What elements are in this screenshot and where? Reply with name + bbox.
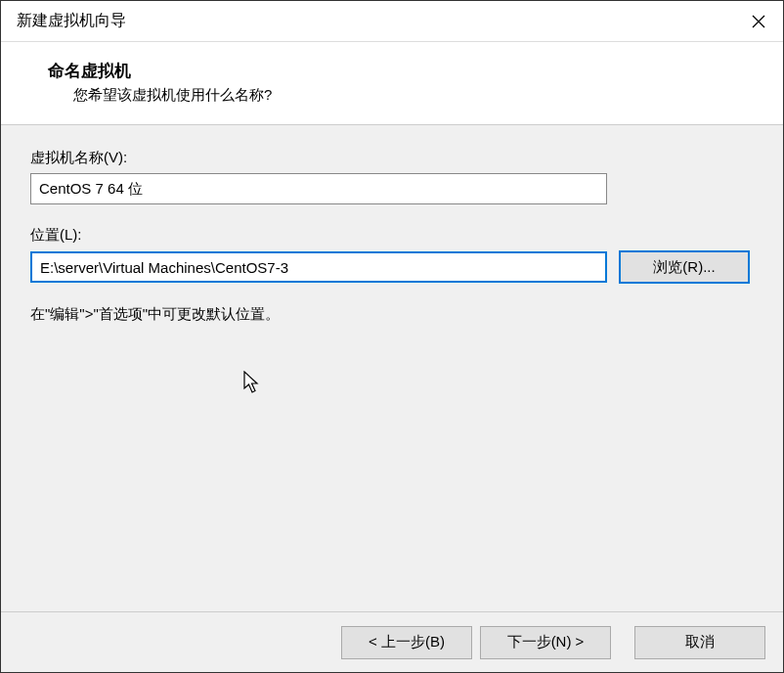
hint-text: 在"编辑">"首选项"中可更改默认位置。 bbox=[30, 305, 754, 324]
wizard-header: 命名虚拟机 您希望该虚拟机使用什么名称? bbox=[1, 42, 783, 125]
close-button[interactable] bbox=[734, 1, 783, 42]
wizard-content: 虚拟机名称(V): 位置(L): 浏览(R)... 在"编辑">"首选项"中可更… bbox=[1, 125, 783, 611]
location-input[interactable] bbox=[30, 251, 607, 283]
browse-button[interactable]: 浏览(R)... bbox=[619, 250, 750, 284]
vm-name-group: 虚拟机名称(V): bbox=[30, 149, 754, 204]
wizard-window: 新建虚拟机向导 命名虚拟机 您希望该虚拟机使用什么名称? 虚拟机名称(V): 位… bbox=[0, 0, 784, 673]
cursor-icon bbox=[243, 371, 263, 396]
page-subtitle: 您希望该虚拟机使用什么名称? bbox=[73, 86, 763, 105]
close-icon bbox=[752, 15, 765, 28]
location-label: 位置(L): bbox=[30, 226, 754, 245]
location-group: 位置(L): 浏览(R)... bbox=[30, 226, 754, 284]
location-row: 浏览(R)... bbox=[30, 250, 754, 284]
cancel-button[interactable]: 取消 bbox=[634, 626, 765, 659]
vm-name-input[interactable] bbox=[30, 173, 607, 204]
titlebar: 新建虚拟机向导 bbox=[1, 1, 783, 42]
vm-name-label: 虚拟机名称(V): bbox=[30, 149, 754, 167]
back-button[interactable]: < 上一步(B) bbox=[341, 626, 472, 659]
window-title: 新建虚拟机向导 bbox=[17, 11, 126, 31]
next-button[interactable]: 下一步(N) > bbox=[480, 626, 611, 659]
page-title: 命名虚拟机 bbox=[48, 60, 763, 82]
button-bar: < 上一步(B) 下一步(N) > 取消 bbox=[1, 611, 783, 672]
